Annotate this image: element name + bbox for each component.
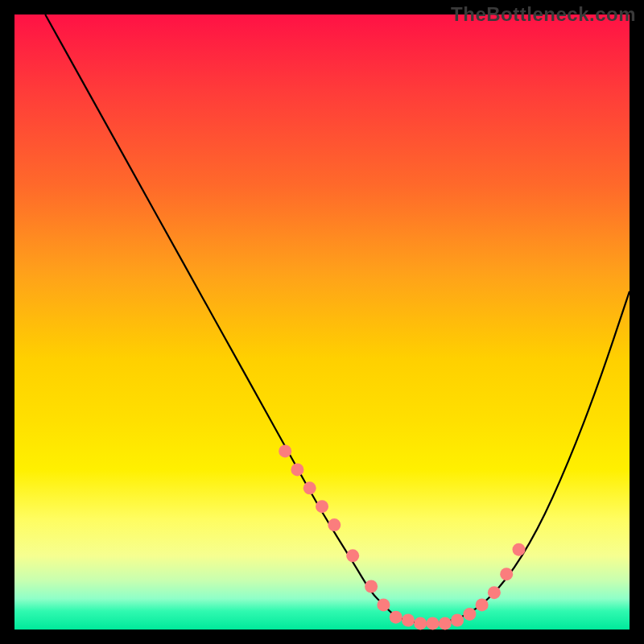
marker-dot: [427, 617, 440, 630]
marker-dot: [279, 444, 291, 457]
chart-frame: TheBottleneck.com: [0, 0, 644, 644]
marker-dot: [463, 608, 476, 621]
marker-dot: [414, 617, 427, 630]
marker-dot: [346, 549, 359, 562]
marker-dot: [513, 543, 526, 556]
marker-dot: [488, 586, 501, 599]
marker-dot: [303, 481, 316, 494]
marker-dot: [451, 614, 464, 627]
curve-line: [45, 14, 630, 623]
marker-dots: [279, 444, 525, 630]
marker-dot: [316, 500, 328, 513]
marker-dot: [476, 598, 489, 611]
chart-svg: [14, 14, 630, 630]
marker-dot: [402, 614, 415, 627]
marker-dot: [500, 568, 513, 580]
watermark-text: TheBottleneck.com: [451, 3, 636, 26]
marker-dot: [365, 580, 378, 593]
marker-dot: [328, 518, 341, 531]
marker-dot: [377, 598, 390, 611]
marker-dot: [439, 617, 452, 630]
plot-area: [14, 14, 630, 630]
marker-dot: [291, 463, 303, 476]
marker-dot: [390, 611, 402, 624]
